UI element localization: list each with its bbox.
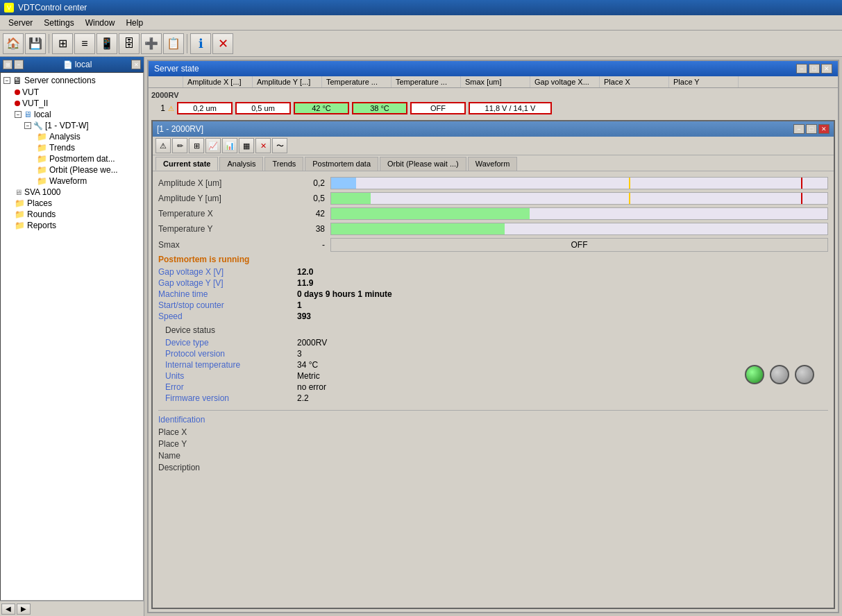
- sidebar-item-places[interactable]: 📁 Places: [2, 198, 142, 209]
- gap-x-label: Gap voltage X [V]: [158, 267, 297, 277]
- main-layout: ⊞ − 📄 local ✕ − 🖥 Server connections VUT…: [0, 57, 842, 616]
- inner-tool-bar[interactable]: ▦: [239, 138, 254, 153]
- sidebar-item-trends[interactable]: 📁 Trends: [2, 142, 142, 153]
- sidebar-item-reports[interactable]: 📁 Reports: [2, 220, 142, 231]
- sidebar-item-analysis[interactable]: 📁 Analysis: [2, 131, 142, 142]
- sidebar-item-rounds[interactable]: 📁 Rounds: [2, 209, 142, 220]
- temp-y-box: 38 °C: [352, 102, 407, 114]
- toolbar-btn-db[interactable]: 🗄: [119, 33, 140, 54]
- inner-tool-edit[interactable]: ✏: [172, 138, 187, 153]
- status-lights: [745, 365, 814, 384]
- ss-close-btn[interactable]: ✕: [821, 64, 832, 74]
- ss-minimize-btn[interactable]: −: [796, 64, 807, 74]
- toolbar-btn-add1[interactable]: ➕: [141, 33, 162, 54]
- ss-col-place-y: Place Y: [669, 76, 739, 87]
- units-label: Units: [165, 371, 297, 381]
- tab-orbit[interactable]: Orbit (Please wait ...): [380, 157, 466, 171]
- inner-tool-wave[interactable]: 〜: [272, 138, 287, 153]
- machine-time-row: Machine time 0 days 9 hours 1 minute: [158, 289, 828, 299]
- panel-close-btn[interactable]: ✕: [131, 60, 141, 69]
- left-panel-title: 📄 local: [63, 60, 92, 69]
- toolbar-btn-list[interactable]: ≡: [74, 33, 95, 54]
- server-state-window-controls: − □ ✕: [796, 64, 832, 74]
- sidebar-item-waveform[interactable]: 📁 Waveform: [2, 176, 142, 187]
- ss-col-gap: Gap voltage X...: [530, 76, 600, 87]
- device-type-label: Device type: [165, 338, 297, 348]
- tab-prev-btn[interactable]: ◀: [1, 604, 15, 615]
- trends-label: Trends: [49, 143, 75, 153]
- smax-label: Smax: [158, 240, 297, 250]
- panel-expand-btn[interactable]: ⊞: [3, 60, 12, 69]
- inner-close-btn[interactable]: ✕: [818, 124, 830, 134]
- inner-minimize-btn[interactable]: −: [793, 124, 805, 134]
- amp-x-row: Amplitude X [um] 0,2: [158, 177, 828, 189]
- inner-tool-warn[interactable]: ⚠: [155, 138, 171, 153]
- sidebar-item-device-1[interactable]: − 🔧 [1 - VDT-W]: [2, 120, 142, 131]
- menu-server[interactable]: Server: [3, 17, 38, 29]
- start-stop-value: 1: [297, 300, 302, 310]
- identification-header: Identification: [158, 415, 828, 425]
- tab-next-btn[interactable]: ▶: [17, 604, 31, 615]
- ss-col-amp-x: Amplitude X [...]: [183, 76, 253, 87]
- internal-temp-label: Internal temperature: [165, 360, 297, 370]
- toolbar-btn-home[interactable]: 🏠: [3, 33, 24, 54]
- toolbar-btn-add2[interactable]: 📋: [163, 33, 184, 54]
- inner-tool-trend[interactable]: 📈: [205, 138, 221, 153]
- tab-postmortem-data[interactable]: Postmortem data: [305, 157, 378, 171]
- inner-tool-delete[interactable]: ✕: [255, 138, 271, 153]
- ss-maximize-btn[interactable]: □: [809, 64, 820, 74]
- device-num: 1: [151, 103, 165, 113]
- app-title: VDTControl center: [18, 3, 87, 12]
- sidebar-item-postmortem[interactable]: 📁 Postmortem dat...: [2, 153, 142, 164]
- tab-current-state[interactable]: Current state: [155, 157, 218, 171]
- device-label: 2000RV: [151, 89, 835, 101]
- gap-y-label: Gap voltage Y [V]: [158, 278, 297, 288]
- current-state-content: Amplitude X [um] 0,2 Amplitude Y [um] 0,…: [153, 171, 834, 608]
- inner-window-tabs: Current state Analysis Trends Postmortem…: [153, 155, 834, 171]
- vut-label: VUT: [22, 87, 39, 97]
- expand-server-connections[interactable]: −: [3, 77, 10, 84]
- machine-time-label: Machine time: [158, 289, 297, 299]
- tab-trends[interactable]: Trends: [264, 157, 303, 171]
- start-stop-label: Start/stop counter: [158, 300, 297, 310]
- speed-value: 393: [297, 311, 311, 321]
- expand-local[interactable]: −: [15, 111, 22, 118]
- inner-tool-chart[interactable]: 📊: [222, 138, 237, 153]
- device-1-label: [1 - VDT-W]: [45, 121, 89, 130]
- toolbar-sep-2: [187, 34, 187, 53]
- device-status-section: Device status Device type 2000RV Protoco…: [158, 325, 828, 404]
- amp-y-yellow-marker: [629, 193, 630, 204]
- temp-y-value: 38: [297, 224, 325, 234]
- inner-tool-grid[interactable]: ⊞: [189, 138, 204, 153]
- temp-x-value: 42: [297, 209, 325, 219]
- toolbar-btn-save[interactable]: 💾: [25, 33, 46, 54]
- tab-analysis[interactable]: Analysis: [219, 157, 263, 171]
- toolbar-btn-grid[interactable]: ⊞: [52, 33, 73, 54]
- menu-help[interactable]: Help: [120, 17, 149, 29]
- menu-window[interactable]: Window: [80, 17, 121, 29]
- expand-device-1[interactable]: −: [24, 122, 31, 129]
- menu-settings[interactable]: Settings: [38, 17, 79, 29]
- toolbar-btn-close[interactable]: ✕: [212, 33, 233, 54]
- sidebar-item-orbit[interactable]: 📁 Orbit (Please we...: [2, 164, 142, 176]
- inner-window-titlebar: [1 - 2000RV] − □ ✕: [153, 121, 834, 137]
- status-light-green: [745, 365, 764, 384]
- name-row: Name: [158, 451, 828, 461]
- toolbar-btn-info[interactable]: ℹ: [190, 33, 211, 54]
- sidebar-item-vut-ii[interactable]: VUT_II: [2, 98, 142, 109]
- server-status-icon-vut: [15, 89, 20, 95]
- postmortem-running-label: Postmortem is running: [158, 255, 828, 264]
- panel-collapse-btn[interactable]: −: [14, 60, 24, 69]
- firmware-value: 2.2: [297, 393, 309, 403]
- sva1000-label: SVA 1000: [24, 187, 61, 197]
- inner-maximize-btn[interactable]: □: [806, 124, 817, 134]
- sidebar-item-local[interactable]: − 🖥 local: [2, 109, 142, 120]
- left-panel-left-controls: ⊞ −: [3, 60, 24, 69]
- sidebar-item-server-connections[interactable]: − 🖥 Server connections: [2, 74, 142, 87]
- temp-y-label: Temperature Y: [158, 224, 297, 234]
- tab-waveform[interactable]: Waveform: [468, 157, 518, 171]
- sidebar-item-sva1000[interactable]: 🖥 SVA 1000: [2, 187, 142, 198]
- sidebar-item-vut[interactable]: VUT: [2, 87, 142, 98]
- inner-toolbar: ⚠ ✏ ⊞ 📈 📊 ▦ ✕ 〜: [153, 137, 834, 155]
- toolbar-btn-phone[interactable]: 📱: [96, 33, 117, 54]
